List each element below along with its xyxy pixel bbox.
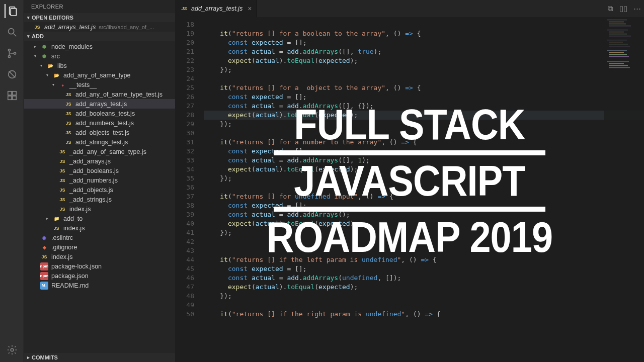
svg-rect-18 bbox=[607, 30, 628, 30]
tree-item-readme-md[interactable]: M↓README.md bbox=[24, 281, 175, 290]
tree-item-add-strings-test-js[interactable]: JSadd_strings_test.js bbox=[24, 137, 175, 147]
svg-rect-14 bbox=[607, 20, 627, 20]
tree-item-add-any-of-same-type-test-js[interactable]: JSadd_any_of_same_type_test.js bbox=[24, 89, 175, 99]
svg-point-13 bbox=[11, 348, 14, 351]
tab-add-arrays-test[interactable]: JS add_arrays_test.js × bbox=[175, 0, 257, 17]
debug-icon[interactable] bbox=[5, 67, 19, 81]
code-editor[interactable]: 18 19 20 21 22 23 24 25 26 27 28 29 30 3… bbox=[175, 17, 644, 362]
explorer-sidebar: EXPLORER ▾OPEN EDITORS JS add_arrays_tes… bbox=[24, 0, 175, 362]
tree-item-add-to[interactable]: 📁add_to bbox=[24, 214, 175, 223]
svg-rect-16 bbox=[609, 24, 626, 24]
svg-rect-19 bbox=[609, 32, 624, 32]
diff-icon[interactable]: ⧉ bbox=[605, 4, 616, 13]
commits-header[interactable]: ▸COMMITS bbox=[24, 353, 175, 362]
svg-rect-26 bbox=[607, 50, 627, 51]
svg-point-2 bbox=[8, 29, 14, 34]
tree-item-add-objects-test-js[interactable]: JSadd_objects_test.js bbox=[24, 128, 175, 137]
sidebar-title: EXPLORER bbox=[24, 0, 175, 13]
extensions-icon[interactable] bbox=[5, 88, 19, 103]
chevron-icon bbox=[33, 54, 37, 58]
svg-rect-22 bbox=[607, 40, 627, 40]
js-file-icon: JS bbox=[180, 5, 188, 13]
tree-item--eslintrc[interactable]: ◉.eslintrc bbox=[24, 233, 175, 242]
tab-label: add_arrays_test.js bbox=[191, 5, 243, 12]
tree-item-add-arrays-test-js[interactable]: JSadd_arrays_test.js bbox=[24, 99, 175, 109]
svg-rect-1 bbox=[11, 9, 16, 16]
settings-gear-icon[interactable] bbox=[5, 343, 19, 357]
tab-bar: JS add_arrays_test.js × ⧉ ▯▯ ⋯ bbox=[175, 0, 644, 17]
svg-rect-23 bbox=[609, 42, 623, 42]
tree-item--gitignore[interactable]: ◆.gitignore bbox=[24, 242, 175, 252]
activity-bar bbox=[0, 0, 24, 362]
open-editor-item[interactable]: JS add_arrays_test.js src/libs/add_any_o… bbox=[24, 22, 175, 32]
split-editor-icon[interactable]: ▯▯ bbox=[616, 4, 630, 13]
svg-rect-25 bbox=[609, 46, 630, 46]
svg-rect-10 bbox=[12, 92, 16, 95]
svg-point-6 bbox=[14, 52, 16, 54]
tree-item--add-objects-js[interactable]: JS_add_objects.js bbox=[24, 185, 175, 195]
tree-item--tests-[interactable]: ⬥__tests__ bbox=[24, 80, 175, 89]
line-gutter: 18 19 20 21 22 23 24 25 26 27 28 29 30 3… bbox=[175, 17, 201, 362]
svg-line-3 bbox=[13, 34, 16, 37]
tree-item--add-strings-js[interactable]: JS_add_strings.js bbox=[24, 195, 175, 204]
minimap[interactable] bbox=[604, 17, 644, 123]
chevron-icon bbox=[39, 63, 43, 68]
chevron-icon bbox=[51, 82, 55, 87]
svg-rect-15 bbox=[609, 22, 624, 22]
tree-item-add-any-of-same-type[interactable]: 📂add_any_of_same_type bbox=[24, 70, 175, 80]
svg-rect-27 bbox=[609, 52, 624, 53]
svg-rect-24 bbox=[609, 44, 628, 44]
chevron-icon bbox=[33, 44, 37, 49]
tree-item-index-js[interactable]: JSindex.js bbox=[24, 223, 175, 233]
editor-area: JS add_arrays_test.js × ⧉ ▯▯ ⋯ 18 19 20 … bbox=[175, 0, 644, 362]
svg-rect-30 bbox=[607, 61, 629, 62]
more-icon[interactable]: ⋯ bbox=[630, 4, 644, 13]
svg-point-5 bbox=[8, 55, 10, 57]
svg-rect-9 bbox=[8, 92, 11, 95]
tree-item--add-booleans-js[interactable]: JS_add_booleans.js bbox=[24, 166, 175, 175]
explorer-icon[interactable] bbox=[5, 4, 19, 18]
tree-item-package-lock-json[interactable]: npmpackage-lock.json bbox=[24, 261, 175, 271]
tree-item--add-arrays-js[interactable]: JS_add_arrays.js bbox=[24, 156, 175, 166]
svg-rect-11 bbox=[8, 96, 11, 100]
svg-rect-32 bbox=[609, 65, 628, 66]
tree-item-src[interactable]: ⬢src bbox=[24, 51, 175, 61]
chevron-icon bbox=[45, 216, 49, 221]
tree-item--add-any-of-same-type-js[interactable]: JS_add_any_of_same_type.js bbox=[24, 147, 175, 156]
chevron-icon bbox=[45, 73, 49, 77]
search-icon[interactable] bbox=[5, 25, 19, 39]
tree-item--add-numbers-js[interactable]: JS_add_numbers.js bbox=[24, 175, 175, 185]
source-control-icon[interactable] bbox=[5, 46, 19, 60]
svg-rect-12 bbox=[12, 96, 16, 100]
tree-item-add-numbers-test-js[interactable]: JSadd_numbers_test.js bbox=[24, 118, 175, 128]
tree-item-index-js[interactable]: JSindex.js bbox=[24, 252, 175, 261]
svg-rect-28 bbox=[609, 54, 627, 55]
svg-point-4 bbox=[8, 49, 10, 51]
tree-item-add-booleans-test-js[interactable]: JSadd_booleans_test.js bbox=[24, 109, 175, 118]
tree-item-node-modules[interactable]: ⬢node_modules bbox=[24, 42, 175, 51]
code-content[interactable]: it("returns [] for a boolean to the arra… bbox=[201, 17, 644, 362]
tree-item-libs[interactable]: 📂libs bbox=[24, 61, 175, 70]
tree-item-index-js[interactable]: JSindex.js bbox=[24, 204, 175, 214]
svg-rect-20 bbox=[609, 34, 627, 34]
workspace-root-header[interactable]: ▾ADD bbox=[24, 32, 175, 41]
svg-rect-33 bbox=[609, 67, 630, 68]
svg-rect-31 bbox=[609, 63, 624, 64]
svg-rect-29 bbox=[609, 56, 629, 57]
svg-line-8 bbox=[9, 71, 15, 78]
tree-item-package-json[interactable]: npmpackage.json bbox=[24, 271, 175, 281]
file-tree: ⬢node_modules⬢src📂libs📂add_any_of_same_t… bbox=[24, 41, 175, 293]
open-editors-header[interactable]: ▾OPEN EDITORS bbox=[24, 13, 175, 22]
close-icon[interactable]: × bbox=[248, 5, 252, 13]
svg-rect-17 bbox=[609, 26, 631, 26]
svg-rect-21 bbox=[609, 36, 631, 36]
